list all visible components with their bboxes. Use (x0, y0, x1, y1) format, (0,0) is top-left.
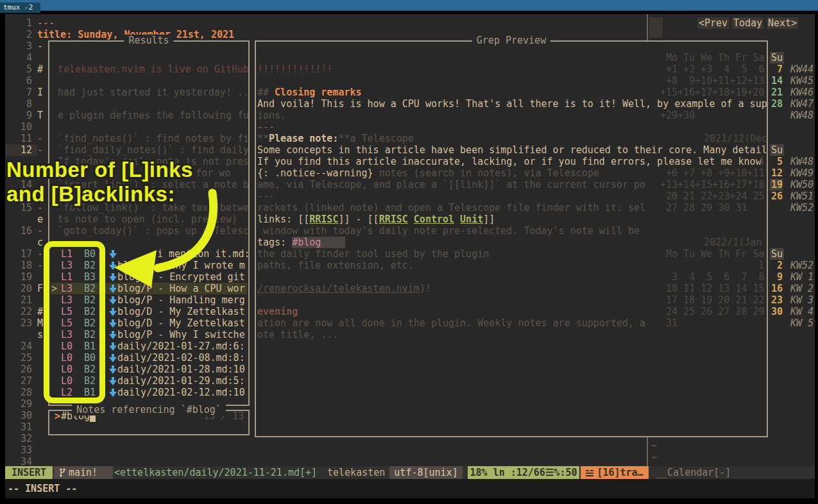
calendar-week-number: KW51 (790, 190, 814, 202)
preview-line: links: [[RRISC]] - [[RRISC Control Unit]… (257, 214, 495, 225)
bleed-through-text: `find_daily_notes()` : find daily (58, 144, 248, 156)
calendar-statusline: __Calendar[-] (656, 466, 731, 479)
calendar-sunday-date[interactable]: 19 (770, 179, 783, 190)
preview-text-segment (454, 214, 460, 225)
calendar-dim-row: 10 11 12 13 14 15 (660, 283, 765, 294)
line-number: 30 (17, 410, 32, 421)
line-number: 32 (17, 433, 32, 444)
result-entry[interactable]: blog/P - Encrypted git (117, 271, 245, 283)
calendar-sunday-date[interactable]: 9 (770, 271, 783, 283)
calendar-dim-row: +15+16+17+18+19+20 (660, 87, 765, 98)
result-entry[interactable]: daily/2021-01-28.md:10 (117, 364, 245, 375)
note-download-icon (108, 317, 117, 329)
calendar-sunday-date[interactable]: 7 (770, 63, 783, 75)
preview-text-segment: --- (257, 190, 275, 202)
calendar-sunday-date[interactable]: 12 (770, 167, 783, 179)
preview-text-segment: ote title, ... (257, 329, 338, 340)
calendar-prev-button[interactable]: <Prev (697, 17, 729, 29)
calendar-week-number: KW 4 (790, 306, 814, 317)
note-download-icon (108, 283, 117, 294)
calendar-next-button[interactable]: Next> (767, 17, 798, 29)
preview-text-segment: evening (257, 306, 298, 317)
bleed-through-text: telekasten.nvim is live on GitHub! (58, 63, 248, 75)
result-entry[interactable]: blog/P - How a CPU wor (117, 283, 245, 294)
sunday-column-header: Su (770, 52, 784, 63)
line-number: 27 (17, 375, 32, 387)
preview-text-segment: ation are now all done in the plugin. We… (257, 317, 645, 329)
buffer-text: s (37, 329, 43, 340)
result-entry[interactable]: blog/P - Why I switche (117, 329, 245, 340)
calendar-week-number: KW 5 (790, 317, 814, 329)
line-number: 5 (17, 63, 32, 75)
titlebar-tab[interactable]: tmux -2 (0, 3, 40, 13)
calendar-week-number: KW48 (790, 110, 814, 121)
calendar-dim-row: 17 18 19 20 21 22 (660, 294, 765, 306)
preview-text-segment: ]] (483, 214, 495, 225)
buffer-count-segment[interactable]: [16]tra… (581, 466, 649, 479)
preview-text-segment: /renerocksai/telekasten.nvim (257, 283, 420, 294)
result-entry[interactable]: blog/D - My Zettelkast (117, 306, 245, 317)
line-number: 3 (17, 40, 32, 52)
calendar-sunday-date[interactable]: 14 (770, 75, 783, 87)
result-entry[interactable]: daily/2021-02-08.md:8: (117, 352, 245, 364)
line-number: 24 (17, 340, 32, 352)
preview-text-segment: Unit (460, 214, 483, 225)
note-download-icon (108, 352, 117, 364)
line-number: 33 (17, 444, 32, 456)
calendar-sunday-date[interactable]: 23 (770, 294, 783, 306)
calendar-dim-row: 31 (660, 317, 677, 329)
calendar-sunday-date[interactable]: 16 (770, 283, 783, 294)
preview-text-segment: window with today's daily note pre-selec… (257, 225, 640, 237)
result-entry[interactable]: blog/P - Handling merg (117, 294, 245, 306)
bleed-through-text: had just started it yesterday! ... (58, 87, 248, 98)
result-entry[interactable]: daily/2021-02-12.md:10 (117, 387, 245, 398)
preview-text-segment: the daily finder tool used by the plugin (257, 248, 489, 260)
note-download-icon (108, 340, 117, 352)
preview-text-segment: ** (338, 133, 350, 144)
calendar-week-number: KW46 (790, 87, 814, 98)
preview-line: ation are now all done in the plugin. We… (257, 317, 645, 329)
calendar-dim-row: 3 4 5 6 7 8 (660, 271, 765, 283)
calendar-week-number: KW47 (790, 98, 814, 110)
calendar-today-button[interactable]: Today (732, 17, 763, 29)
preview-text-segment: Some concepts in this article have been … (257, 144, 767, 156)
search-prompt-window[interactable]: Notes referencing `#blog` > #blog 13 / 1… (48, 410, 250, 435)
buffer-text: - (37, 133, 43, 144)
result-entry[interactable]: daily/2021-01-27.md:6: (117, 340, 245, 352)
git-branch-label: main! (69, 467, 98, 478)
preview-text-segment: Control (414, 214, 454, 225)
calendar-sunday-date[interactable]: 28 (770, 98, 783, 110)
result-entry[interactable]: blog/P - Why I wrote m (117, 260, 245, 271)
buffer-list-icon (586, 470, 593, 476)
calendar-sunday-date[interactable]: 2 (770, 260, 783, 271)
calendar-sunday-date[interactable]: 21 (770, 87, 783, 98)
line-number: 28 (17, 387, 32, 398)
calendar-sunday-date[interactable]: 5 (770, 156, 783, 167)
preview-text-segment: ## (257, 87, 275, 98)
bleed-through-text: ts note to open (incl. preview) (58, 214, 237, 225)
preview-text-segment: If you find this article inaccurate, lac… (257, 156, 762, 167)
empty-line-tilde: ~ (651, 451, 657, 463)
git-branch-segment[interactable]: main! (54, 466, 113, 479)
result-entry[interactable]: i mention it.md:8: (157, 248, 248, 260)
line-number: 19 (17, 271, 32, 283)
result-entry[interactable]: daily/2021-01-29.md:5: (117, 375, 245, 387)
preview-line: /renerocksai/telekasten.nvim)! (257, 283, 431, 294)
filename-segment[interactable]: <ettelkasten/daily/2021-11-21.md[+] (114, 466, 317, 479)
calendar-sunday-date[interactable]: 30 (770, 306, 783, 317)
calendar-sunday-date[interactable]: 26 (770, 190, 783, 202)
note-download-icon (108, 375, 117, 387)
line-number: 23 (17, 317, 32, 329)
line-number: 2 (17, 29, 32, 40)
preview-text-segment: rackets (linked note) and open a Telesco… (257, 202, 645, 214)
cursor-position-segment: 18% ln :12/66☰%:50 (468, 466, 579, 479)
empty-line-tilde: ~ (651, 440, 657, 451)
buffer-text: - (37, 225, 43, 237)
result-entry[interactable]: blog/D - My Zettelkast (117, 317, 245, 329)
preview-line: {: .notice--warning} notes (search in no… (257, 167, 599, 179)
preview-line: ## Closing remarks (257, 87, 362, 98)
terminal-screen: tmux -2 12345678910111213141516171819202… (0, 0, 818, 504)
mode-message: -- INSERT -- (8, 479, 77, 498)
buffer-text: c (37, 237, 43, 248)
buffer-text: M (37, 317, 43, 329)
